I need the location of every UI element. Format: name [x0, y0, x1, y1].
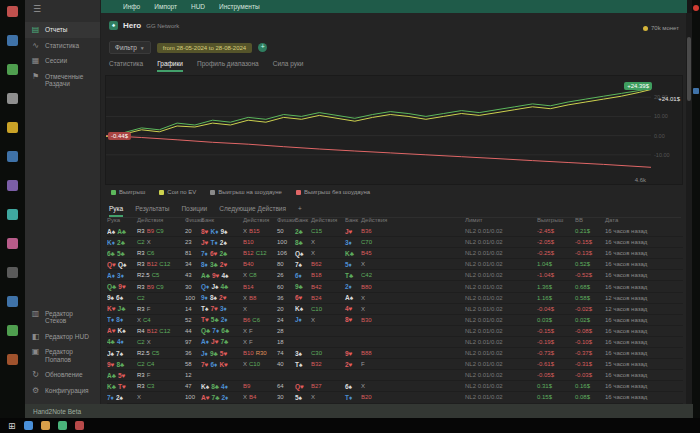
sidebar-item[interactable]: ↻Обновление: [25, 367, 100, 383]
desktop-icon[interactable]: [7, 296, 18, 307]
taskbar-app-icon[interactable]: [58, 421, 67, 430]
column-header[interactable]: Дата: [605, 217, 683, 223]
action-token: B4: [249, 394, 256, 400]
sidebar-item[interactable]: ▥Редактор Стеков: [25, 306, 100, 329]
legend-item[interactable]: Выигрыш без шоудауна: [296, 189, 370, 195]
sidebar-item[interactable]: ◧Редактор HUD: [25, 329, 100, 345]
column-header[interactable]: Действия: [243, 217, 277, 223]
column-header[interactable]: Фишки: [185, 217, 201, 223]
hand-row[interactable]: A♣5♥R3F12NL2 0.01/0.02-0.05$-0.03$16 час…: [107, 370, 683, 381]
legend-item[interactable]: Выигрыш: [111, 189, 145, 195]
hands-tab-3[interactable]: Позиции: [181, 203, 207, 217]
tab-4[interactable]: Сила руки: [273, 60, 304, 72]
legend-item[interactable]: Сои по EV: [159, 189, 196, 195]
actions-cell: B62: [311, 261, 345, 267]
column-header[interactable]: Действия: [137, 217, 185, 223]
desktop-icon[interactable]: [7, 151, 18, 162]
desktop-icon[interactable]: [7, 325, 18, 336]
desktop-icon[interactable]: [7, 64, 18, 75]
chart-end-value-badge: +24.39$: [624, 82, 652, 90]
desktop-icon[interactable]: [7, 122, 18, 133]
sidebar-item[interactable]: ▤Отчеты: [25, 22, 100, 38]
menubar-item[interactable]: Инфо: [123, 3, 140, 10]
hand-row[interactable]: Q♥Q♠R3B12C12348♦3♣2♥B40807♠B625♦XNL2 0.0…: [107, 259, 683, 270]
sidebar-item[interactable]: ▣Редактор Попапов: [25, 344, 100, 367]
card: 2♥: [345, 361, 352, 368]
menu-toggle-icon[interactable]: ☰: [33, 4, 41, 14]
bb-cell: -0.31$: [575, 361, 605, 367]
column-header[interactable]: Фишки: [277, 217, 295, 223]
column-header[interactable]: Выигрыш: [537, 217, 575, 223]
action-token: B27: [311, 383, 322, 389]
hand-row[interactable]: K♣T♥R3C347K♠8♣4♦B964Q♥B276♠XNL2 0.01/0.0…: [107, 381, 683, 392]
column-header[interactable]: Рука: [107, 217, 137, 223]
screen: ☰ ▤Отчеты∿Статистика▦Сессии⚑Отмеченные Р…: [0, 0, 700, 433]
column-header[interactable]: Банк: [295, 217, 311, 223]
hand-row[interactable]: 9♠6♠C21009♦8♠2♥XB8366♥B24A♠XNL2 0.01/0.0…: [107, 293, 683, 304]
desktop-icon[interactable]: [7, 6, 18, 17]
tab-3[interactable]: Профиль диапазона: [197, 60, 259, 72]
hand-row[interactable]: 6♣5♣R3C6817♦6♥2♣B12C12106Q♠XK♣B45NL2 0.0…: [107, 248, 683, 259]
start-button-icon[interactable]: ⊞: [8, 421, 16, 431]
menubar-item[interactable]: Импорт: [154, 3, 177, 10]
hands-tab-1[interactable]: Рука: [109, 203, 123, 217]
menubar-item[interactable]: Инструменты: [219, 3, 260, 10]
notification-badge[interactable]: [693, 5, 699, 11]
tab-2[interactable]: Графики: [157, 60, 183, 72]
taskbar-app-icon[interactable]: [75, 421, 84, 430]
date-cell: 16 часов назад: [605, 372, 683, 378]
date-range-filter-chip[interactable]: from 28-05-2024 to 28-08-2024: [157, 43, 252, 53]
legend-item[interactable]: Выигрыш на шоудауне: [210, 189, 282, 195]
hand-row[interactable]: T♦8♦XC452T♥5♣2♦B6C624J♦X8♥B30NL2 0.01/0.…: [107, 315, 683, 326]
card: K♠: [118, 327, 126, 334]
sidebar-item[interactable]: ⚑Отмеченные Раздачи: [25, 69, 100, 92]
action-token: C6: [252, 317, 260, 323]
hand-row[interactable]: K♥J♣R3F14T♠7♥3♦X20K♠C104♥XNL2 0.01/0.02-…: [107, 304, 683, 315]
hand-row[interactable]: 4♣4♦C2X97A♦J♥7♣XF18NL2 0.01/0.02-0.19$-0…: [107, 337, 683, 348]
desktop-shortcut-icon[interactable]: [693, 88, 699, 94]
desktop-icon[interactable]: [7, 209, 18, 220]
hand-row[interactable]: J♠7♠R2.5C536J♦9♣5♥B10R30743♠C309♥B88NL2 …: [107, 348, 683, 359]
hand-row[interactable]: 7♦2♠X100A♥7♣2♦XB4305♠XT♦B20NL2 0.01/0.02…: [107, 392, 683, 403]
hand-row[interactable]: 9♥8♣C2C4587♥6♦K♥XC1040T♠B322♥FNL2 0.01/0…: [107, 359, 683, 370]
scrollbar-thumb[interactable]: [687, 37, 691, 101]
column-header[interactable]: Действия: [311, 217, 345, 223]
hand-row[interactable]: K♦2♣C2X23J♥T♦2♠B101008♣X3♦C70NL2 0.01/0.…: [107, 237, 683, 248]
filter-button[interactable]: Фильтр ▼: [109, 41, 151, 54]
tab-1[interactable]: Статистика: [109, 60, 143, 72]
taskbar-app-icon[interactable]: [24, 421, 33, 430]
desktop-icon[interactable]: [7, 354, 18, 365]
action-token: C9: [156, 228, 164, 234]
hands-tab-4[interactable]: Следующие Действия: [219, 203, 286, 217]
desktop-icon[interactable]: [7, 238, 18, 249]
hand-row[interactable]: A♦3♦R2.5C543A♣9♥4♠XC8266♦B18T♣C42NL2 0.0…: [107, 270, 683, 281]
card: 3♠: [295, 350, 302, 357]
desktop-icon[interactable]: [7, 180, 18, 191]
column-header[interactable]: Банк: [345, 217, 361, 223]
actions-cell: R3C6: [137, 250, 185, 256]
hand-row[interactable]: Q♣9♥R3B9C930Q♦J♠4♣B14609♣B422♦B80NL2 0.0…: [107, 281, 683, 292]
desktop-icon[interactable]: [7, 267, 18, 278]
taskbar-app-icon[interactable]: [41, 421, 50, 430]
sidebar-item[interactable]: ∿Статистика: [25, 38, 100, 54]
stack-value: 30: [185, 284, 201, 290]
add-filter-button[interactable]: +: [258, 43, 267, 52]
column-header[interactable]: Банк: [201, 217, 243, 223]
column-header[interactable]: BB: [575, 217, 605, 223]
stack-value: 100: [185, 295, 201, 301]
desktop-icon[interactable]: [7, 35, 18, 46]
sidebar-item[interactable]: ▦Сессии: [25, 53, 100, 69]
actions-cell: B32: [311, 361, 345, 367]
menubar-item[interactable]: HUD: [191, 3, 205, 10]
action-token: C30: [311, 350, 322, 356]
sidebar-item[interactable]: ⚙Конфигурация: [25, 383, 100, 399]
hands-tab-5[interactable]: +: [298, 203, 302, 217]
action-token: B14: [243, 284, 254, 290]
card: 9♥: [118, 283, 125, 290]
hands-tab-2[interactable]: Результаты: [135, 203, 169, 217]
hand-row[interactable]: A♥K♠R4B12C1244Q♣7♦6♣XF28NL2 0.01/0.02-0.…: [107, 326, 683, 337]
desktop-icon[interactable]: [7, 93, 18, 104]
hand-row[interactable]: A♠A♣R3B9C9208♥K♦9♠XB15502♣C15J♥B36NL2 0.…: [107, 226, 683, 237]
column-header[interactable]: Действия: [361, 217, 395, 223]
column-header[interactable]: Лимит: [465, 217, 537, 223]
